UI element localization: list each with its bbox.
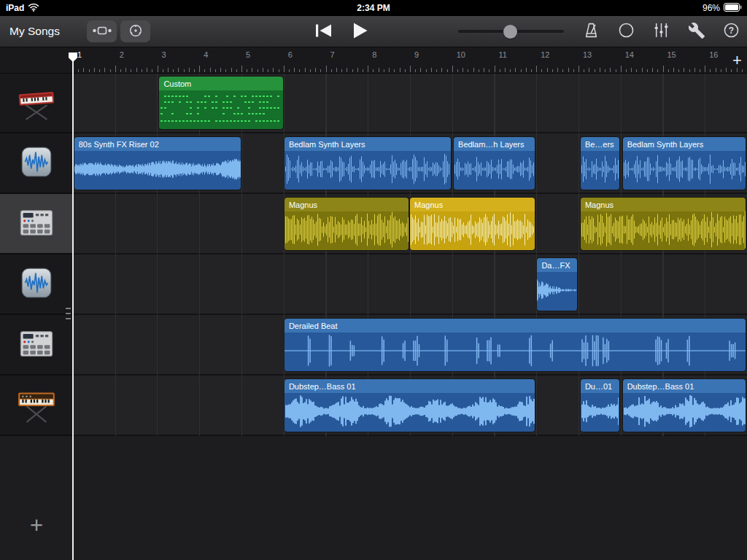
playhead[interactable] <box>72 52 74 560</box>
ruler-measure-3: 3 <box>162 50 166 59</box>
region-label: Da…FX <box>541 261 574 270</box>
ruler-tick <box>315 68 316 72</box>
region-6-olive[interactable]: Magnus <box>285 198 409 250</box>
ruler-tick <box>284 66 285 72</box>
ruler-measure-6: 6 <box>288 50 293 59</box>
region-2-blue[interactable]: Bedlam Synth Layers <box>285 137 451 190</box>
region-11-blue[interactable]: Dubstep…Bass 01 <box>285 379 535 432</box>
region-9-blue[interactable]: Da…FX <box>537 258 577 311</box>
ruler-tick <box>142 69 142 72</box>
region-label: Custom <box>163 79 280 88</box>
track-header-drum-machine-2[interactable] <box>0 315 73 376</box>
ruler-tick <box>726 68 727 72</box>
track-headers <box>0 73 74 436</box>
loop-browser-button[interactable] <box>616 20 636 42</box>
help-button[interactable]: ? <box>721 20 741 42</box>
ruler-tick <box>578 66 579 72</box>
region-label: Magnus <box>585 201 743 209</box>
add-measures-button[interactable]: + <box>727 50 747 71</box>
waveform <box>410 211 535 249</box>
track-header-audio-recorder-1[interactable] <box>0 133 73 194</box>
region-label: Dubstep…Bass 01 <box>289 382 532 391</box>
mixer-icon <box>652 21 670 42</box>
ruler-tick <box>305 68 306 72</box>
volume-knob[interactable] <box>503 25 517 39</box>
region-label: Magnus <box>414 201 532 209</box>
ruler-tick <box>616 69 616 72</box>
ruler-tick <box>373 69 374 72</box>
wrench-icon <box>688 22 705 42</box>
ruler-tick <box>589 68 589 72</box>
tools-button[interactable] <box>686 20 706 42</box>
region-13-blue[interactable]: Dubstep…Bass 01 <box>623 379 746 432</box>
ruler-tick <box>678 69 679 72</box>
rewind-button[interactable] <box>312 22 334 42</box>
ruler-measure-14: 14 <box>625 50 634 59</box>
timeline-ruler[interactable]: 12345678910111213141516 <box>0 47 747 74</box>
ruler-tick <box>610 68 611 72</box>
tracks-view-button[interactable] <box>87 20 117 42</box>
ruler-tick <box>441 68 442 72</box>
region-3-blue[interactable]: Bedlam…h Layers <box>454 137 535 190</box>
add-track-button[interactable]: + <box>24 511 49 540</box>
ruler-tick <box>310 69 311 72</box>
instrument-view-button[interactable] <box>120 20 150 42</box>
ruler-tick <box>642 68 643 72</box>
region-7-yellow[interactable]: Magnus <box>410 198 535 250</box>
metronome-button[interactable] <box>581 20 601 42</box>
keys-orange-icon <box>15 383 58 428</box>
ruler-tick <box>415 69 416 72</box>
ruler-tick <box>621 66 622 72</box>
ruler-tick <box>215 69 216 72</box>
ruler-tick <box>426 69 427 72</box>
ruler-tick <box>562 69 563 72</box>
ruler-tick <box>410 66 411 72</box>
ruler-tick <box>647 69 648 72</box>
ruler-tick <box>400 68 400 72</box>
my-songs-button[interactable]: My Songs <box>9 16 60 47</box>
play-button[interactable] <box>350 21 369 42</box>
view-toggle <box>87 20 150 42</box>
ruler-tick <box>120 69 121 72</box>
ruler-tick <box>521 69 522 72</box>
region-1-blue[interactable]: 80s Synth FX Riser 02 <box>74 137 241 190</box>
ruler-tick <box>279 69 279 72</box>
ruler-tick <box>584 69 584 72</box>
track-header-audio-recorder-2[interactable] <box>0 254 73 315</box>
mixer-button[interactable] <box>651 20 671 42</box>
region-4-blue[interactable]: Be…ers <box>581 137 619 190</box>
region-0-green[interactable]: Custom <box>159 77 283 129</box>
tracks-view-icon <box>91 25 113 39</box>
ruler-tick <box>184 69 185 72</box>
ruler-tick <box>547 68 548 72</box>
ruler-tick <box>668 69 669 72</box>
ruler-tick <box>600 68 600 72</box>
track-header-resize-handle[interactable] <box>66 308 71 322</box>
track-header-drum-machine-1[interactable] <box>0 194 73 254</box>
play-icon <box>350 21 369 42</box>
volume-slider[interactable] <box>458 16 564 47</box>
track-header-orange-synth[interactable] <box>0 376 73 436</box>
ruler-tick <box>326 66 327 72</box>
ruler-tick <box>515 68 516 72</box>
transport-controls <box>312 16 369 47</box>
region-8-olive[interactable]: Magnus <box>581 198 746 250</box>
waveform <box>285 332 746 370</box>
drum-machine-icon <box>18 203 55 244</box>
track-header-red-keyboard[interactable] <box>0 73 73 133</box>
ruler-tick <box>536 66 537 72</box>
region-10-blue[interactable]: Derailed Beat <box>285 319 746 371</box>
ruler-tick <box>605 69 605 72</box>
status-right: 96% <box>703 0 742 16</box>
ruler-tick <box>204 69 205 72</box>
ruler-measure-15: 15 <box>667 50 676 59</box>
region-12-blue[interactable]: Du…01 <box>581 379 619 432</box>
ruler-tick <box>168 68 169 72</box>
ruler-tick <box>489 69 489 72</box>
region-label: Dubstep…Bass 01 <box>627 382 743 391</box>
keys-red-icon <box>15 80 58 125</box>
region-5-blue[interactable]: Bedlam Synth Layers <box>623 137 746 190</box>
waveform <box>581 150 619 188</box>
waveform <box>159 90 282 128</box>
ruler-tick <box>210 68 211 72</box>
